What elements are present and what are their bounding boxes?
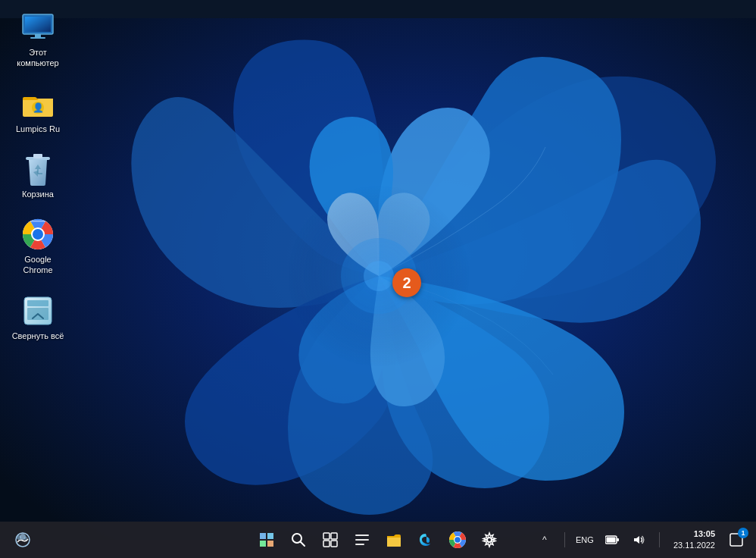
task-view-button[interactable]	[317, 526, 344, 553]
svg-rect-12	[33, 154, 42, 158]
desktop-icon-this-computer-label: Этот компьютер	[11, 47, 65, 69]
svg-rect-31	[355, 544, 364, 545]
start-button[interactable]	[253, 526, 280, 553]
svg-rect-25	[323, 533, 330, 539]
desktop-icon-chrome[interactable]: Google Chrome	[8, 215, 68, 279]
desktop-icon-recycle-bin[interactable]: Корзина	[8, 149, 68, 202]
desktop-icon-lumpics[interactable]: 👤 Lumpics Ru	[8, 84, 68, 137]
taskbar-center	[253, 526, 503, 553]
svg-rect-26	[331, 533, 337, 539]
tray-separator-2	[659, 532, 660, 547]
wallpaper	[0, 0, 756, 558]
svg-rect-6	[25, 17, 51, 32]
svg-point-3	[364, 261, 394, 291]
desktop: Этот компьютер 👤 Lumpics Ru	[0, 0, 756, 558]
desktop-icon-this-computer[interactable]: Этот компьютер	[8, 8, 68, 72]
chrome-taskbar-button[interactable]	[444, 526, 471, 553]
svg-rect-8	[30, 37, 45, 39]
notification-button[interactable]: 1	[726, 529, 747, 550]
desktop-icon-lumpics-label: Lumpics Ru	[16, 124, 60, 134]
svg-rect-38	[617, 538, 619, 541]
edge-button[interactable]	[412, 526, 439, 553]
clock-date: 23.11.2022	[673, 540, 715, 551]
tray-volume[interactable]	[629, 529, 650, 550]
tray-separator	[564, 532, 565, 547]
desktop-icons: Этот компьютер 👤 Lumpics Ru	[8, 8, 68, 344]
svg-rect-28	[331, 541, 337, 547]
svg-rect-27	[323, 541, 330, 547]
tray-battery[interactable]	[601, 529, 623, 550]
taskbar-widgets-left[interactable]	[9, 526, 36, 553]
monitor-icon	[21, 11, 55, 44]
svg-text:👤: 👤	[33, 102, 44, 113]
desktop-icon-minimize-label: Свернуть всё	[12, 331, 64, 341]
svg-line-24	[301, 542, 305, 547]
clock-time: 13:05	[673, 528, 715, 540]
svg-point-15	[33, 229, 43, 240]
language-label: ENG	[576, 535, 594, 544]
system-clock[interactable]: 13:05 23.11.2022	[669, 525, 720, 555]
notification-badge: 1	[738, 528, 748, 538]
svg-rect-7	[35, 34, 41, 37]
svg-rect-29	[355, 534, 369, 536]
desktop-icon-recycle-label: Корзина	[22, 189, 54, 199]
taskbar-right: ^ ENG	[534, 525, 747, 555]
svg-point-35	[455, 537, 461, 543]
step-number: 2	[402, 274, 411, 292]
tray-chevron[interactable]: ^	[534, 529, 555, 550]
file-explorer-button[interactable]	[380, 526, 408, 553]
settings-button[interactable]	[476, 526, 503, 553]
taskbar: ^ ENG	[0, 522, 756, 558]
search-button[interactable]	[285, 526, 312, 553]
step-badge: 2	[392, 268, 421, 297]
widgets-button[interactable]	[348, 526, 376, 553]
svg-point-22	[24, 537, 28, 541]
taskbar-left	[9, 526, 36, 553]
minimize-all-icon	[21, 294, 55, 328]
chrome-icon	[21, 218, 55, 251]
svg-rect-39	[606, 538, 615, 543]
desktop-icon-chrome-label: Google Chrome	[11, 254, 65, 276]
svg-rect-32	[387, 538, 401, 547]
svg-rect-17	[27, 300, 48, 306]
svg-rect-30	[355, 539, 369, 541]
folder-icon: 👤	[21, 87, 55, 121]
recycle-bin-icon	[21, 152, 55, 186]
desktop-icon-minimize-all[interactable]: Свернуть всё	[8, 291, 68, 344]
tray-lang[interactable]: ENG	[574, 529, 595, 550]
